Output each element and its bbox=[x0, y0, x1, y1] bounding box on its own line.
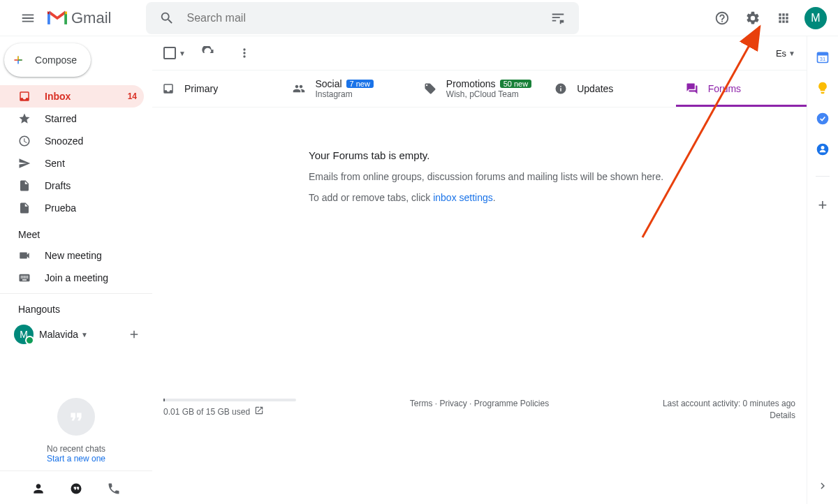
people-icon bbox=[293, 82, 305, 95]
tab-subtitle: Instagram bbox=[315, 89, 374, 99]
settings-icon[interactable] bbox=[739, 4, 767, 32]
hangouts-user-row[interactable]: M Malavida ▼ bbox=[0, 319, 152, 350]
compose-label: Compose bbox=[35, 54, 77, 66]
gmail-logo[interactable]: Gmail bbox=[47, 9, 111, 27]
sidebar-item-prueba[interactable]: Prueba bbox=[0, 197, 144, 219]
tab-label: Primary bbox=[184, 83, 218, 94]
empty-action-text: To add or remove tabs, click inbox setti… bbox=[309, 192, 807, 203]
clock-icon bbox=[18, 135, 32, 147]
footer-links: Terms · Privacy · Programme Policies bbox=[296, 399, 663, 408]
empty-title: Your Forums tab is empty. bbox=[309, 149, 807, 161]
chevron-down-icon: ▼ bbox=[81, 331, 88, 339]
calendar-addon-icon[interactable]: 31 bbox=[816, 50, 830, 64]
side-panel: 31 + bbox=[807, 36, 838, 504]
hangouts-tab-icon[interactable] bbox=[57, 472, 95, 504]
external-link-icon[interactable] bbox=[254, 406, 264, 417]
activity-text: Last account activity: 0 minutes ago bbox=[663, 399, 795, 408]
star-icon bbox=[18, 112, 32, 125]
compose-plus-icon bbox=[11, 50, 25, 71]
compose-button[interactable]: Compose bbox=[4, 43, 91, 77]
sidebar-item-new-meeting[interactable]: New meeting bbox=[0, 244, 144, 267]
search-input[interactable] bbox=[181, 12, 544, 24]
sidebar-item-label: Sent bbox=[45, 158, 137, 169]
inbox-settings-link[interactable]: inbox settings bbox=[433, 192, 493, 203]
contacts-tab-icon[interactable] bbox=[20, 472, 57, 504]
sidebar: Compose Inbox 14 Starred Snoozed Sent Dr… bbox=[0, 36, 152, 504]
tasks-addon-icon[interactable] bbox=[816, 112, 830, 126]
policies-link[interactable]: Programme Policies bbox=[474, 399, 549, 408]
forum-icon bbox=[686, 82, 698, 95]
search-bar[interactable] bbox=[146, 2, 579, 34]
sidebar-item-label: Join a meeting bbox=[45, 272, 137, 283]
privacy-link[interactable]: Privacy bbox=[439, 399, 466, 408]
inbox-count: 14 bbox=[128, 91, 137, 101]
sidebar-item-label: Starred bbox=[45, 113, 137, 124]
hangouts-username: Malavida bbox=[39, 329, 78, 340]
sidebar-item-snoozed[interactable]: Snoozed bbox=[0, 130, 144, 152]
meet-section-label: Meet bbox=[0, 219, 152, 244]
terms-link[interactable]: Terms bbox=[410, 399, 433, 408]
tab-label: Updates bbox=[577, 83, 613, 94]
hangouts-add-icon[interactable] bbox=[123, 323, 145, 346]
hangouts-section-label: Hangouts bbox=[0, 294, 152, 319]
details-link[interactable]: Details bbox=[663, 410, 795, 420]
tab-label: Social bbox=[315, 78, 341, 89]
info-icon bbox=[554, 82, 567, 95]
storage-text: 0.01 GB of 15 GB used bbox=[163, 407, 250, 417]
start-chat-link[interactable]: Start a new one bbox=[47, 454, 105, 464]
sidebar-item-label: New meeting bbox=[45, 250, 137, 261]
sidebar-item-sent[interactable]: Sent bbox=[0, 152, 144, 175]
content-area: ▼ Es ▼ Primary Social 7 new bbox=[152, 36, 807, 504]
empty-state: Your Forums tab is empty. Emails from on… bbox=[152, 108, 807, 203]
empty-description: Emails from online groups, discussion fo… bbox=[309, 171, 807, 182]
search-options-icon[interactable] bbox=[544, 4, 572, 32]
header: Gmail M bbox=[0, 0, 838, 36]
app-name: Gmail bbox=[71, 9, 111, 27]
add-addon-icon[interactable]: + bbox=[818, 196, 828, 214]
more-icon[interactable] bbox=[230, 39, 258, 67]
tab-forums[interactable]: Forums bbox=[676, 71, 807, 107]
tab-badge: 50 new bbox=[500, 80, 531, 88]
chevron-down-icon: ▼ bbox=[179, 50, 186, 57]
language-switcher[interactable]: Es ▼ bbox=[776, 48, 795, 59]
tab-social[interactable]: Social 7 new Instagram bbox=[283, 71, 413, 107]
hangouts-avatar: M bbox=[14, 325, 34, 344]
video-icon bbox=[18, 249, 32, 262]
refresh-icon[interactable] bbox=[194, 39, 222, 67]
category-tabs: Primary Social 7 new Instagram Promotion… bbox=[152, 70, 807, 108]
gmail-m-icon bbox=[47, 10, 67, 26]
keep-addon-icon[interactable] bbox=[816, 81, 830, 95]
tab-badge: 7 new bbox=[346, 80, 374, 88]
storage-bar bbox=[163, 399, 296, 401]
sidebar-item-label: Drafts bbox=[45, 180, 137, 191]
tab-primary[interactable]: Primary bbox=[152, 71, 283, 107]
svg-point-4 bbox=[817, 113, 829, 125]
sidebar-item-inbox[interactable]: Inbox 14 bbox=[0, 85, 144, 108]
chevron-down-icon: ▼ bbox=[788, 50, 795, 57]
support-icon[interactable] bbox=[708, 4, 736, 32]
collapse-panel-icon[interactable] bbox=[816, 480, 829, 494]
inbox-icon bbox=[18, 90, 32, 103]
tab-updates[interactable]: Updates bbox=[545, 71, 675, 107]
account-avatar[interactable]: M bbox=[804, 7, 827, 29]
keyboard-icon bbox=[18, 272, 32, 284]
contacts-addon-icon[interactable] bbox=[816, 142, 830, 156]
sidebar-item-label: Prueba bbox=[45, 202, 137, 214]
sidebar-item-drafts[interactable]: Drafts bbox=[0, 175, 144, 197]
main-menu-button[interactable] bbox=[11, 1, 45, 35]
hangouts-quote-icon bbox=[57, 398, 95, 436]
svg-rect-2 bbox=[818, 52, 828, 55]
content-footer: 0.01 GB of 15 GB used Terms · Privacy · … bbox=[152, 385, 807, 504]
select-all-checkbox[interactable]: ▼ bbox=[163, 47, 186, 59]
file-icon bbox=[18, 179, 32, 192]
sidebar-item-join-meeting[interactable]: Join a meeting bbox=[0, 267, 144, 289]
tag-icon bbox=[424, 82, 436, 95]
apps-icon[interactable] bbox=[770, 4, 797, 32]
send-icon bbox=[18, 157, 32, 170]
tab-subtitle: Wish, pCloud Team bbox=[446, 89, 531, 99]
file-icon bbox=[18, 202, 32, 214]
search-icon[interactable] bbox=[153, 4, 181, 32]
sidebar-item-starred[interactable]: Starred bbox=[0, 108, 144, 130]
tab-promotions[interactable]: Promotions 50 new Wish, pCloud Team bbox=[414, 71, 545, 107]
phone-tab-icon[interactable] bbox=[95, 472, 133, 504]
